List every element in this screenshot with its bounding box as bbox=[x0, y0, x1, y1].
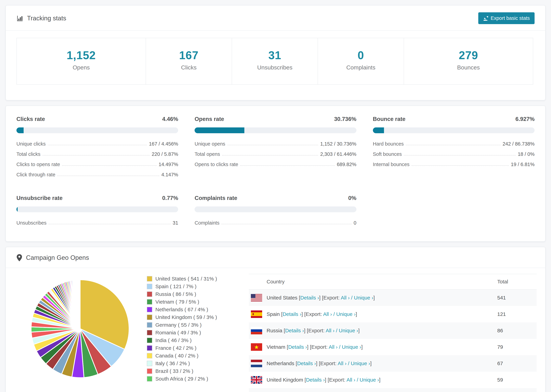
rate-detail-row: Complaints0 bbox=[195, 220, 356, 226]
punctuation: ] bbox=[379, 377, 380, 383]
link-separator: / bbox=[355, 377, 360, 383]
legend-label: Russia ( 86 / 5% ) bbox=[155, 291, 196, 297]
complaints-stat-box: 0 Complaints bbox=[318, 38, 404, 85]
geo-table: Country Total United States [Details ›] … bbox=[249, 274, 537, 392]
rate-row-value: 4.147% bbox=[161, 172, 178, 177]
es-flag-icon bbox=[251, 310, 262, 318]
vn-flag-icon bbox=[251, 343, 262, 351]
legend-swatch bbox=[147, 376, 152, 382]
rate-detail-row: Internal bounces19 / 6.81% bbox=[373, 162, 535, 167]
bar-chart-icon bbox=[16, 15, 23, 22]
ru-flag-icon bbox=[251, 327, 262, 334]
export-unique-link[interactable]: Unique › bbox=[339, 328, 358, 333]
clicks-count: 167 bbox=[146, 49, 232, 62]
export-unique-link[interactable]: Unique › bbox=[351, 361, 370, 366]
rate-row-label: Unique opens bbox=[195, 141, 225, 147]
opens-stat-box: 1,152 Opens bbox=[16, 38, 146, 85]
rate-detail-row: Click through rate4.147% bbox=[16, 172, 178, 177]
export-icon bbox=[483, 16, 488, 21]
details-link[interactable]: Details › bbox=[285, 328, 304, 333]
legend-swatch bbox=[147, 284, 152, 289]
legend-swatch bbox=[147, 322, 152, 328]
country-name: Netherlands bbox=[267, 361, 296, 366]
punctuation: ] [Export: bbox=[301, 311, 323, 317]
export-unique-link[interactable]: Unique › bbox=[354, 295, 373, 301]
dotted-leader bbox=[57, 176, 159, 176]
rate-row-label: Soft bounces bbox=[373, 151, 402, 157]
legend-swatch bbox=[147, 338, 152, 343]
dotted-leader bbox=[48, 145, 147, 145]
clicks-stat-box: 167 Clicks bbox=[146, 38, 232, 85]
rate-row-label: Clicks to opens rate bbox=[16, 162, 60, 167]
country-cell: Vietnam [Details ›] [Export: All › / Uni… bbox=[267, 344, 497, 350]
rate-detail-row: Soft bounces18 / 0% bbox=[373, 151, 535, 157]
export-all-link[interactable]: All › bbox=[326, 328, 335, 333]
export-all-link[interactable]: All › bbox=[329, 344, 338, 350]
country-cell: Russia [Details ›] [Export: All › / Uniq… bbox=[267, 328, 497, 334]
punctuation: ] bbox=[370, 361, 372, 366]
country-cell: Netherlands [Details ›] [Export: All › /… bbox=[267, 361, 497, 366]
rate-detail-row: Unique clicks167 / 4.456% bbox=[16, 141, 178, 147]
rate-row-value: 689.82% bbox=[337, 162, 356, 167]
total-value: 86 bbox=[497, 328, 537, 334]
punctuation: ] [Export: bbox=[316, 361, 338, 366]
export-unique-link[interactable]: Unique › bbox=[336, 311, 356, 317]
legend-label: France ( 42 / 2% ) bbox=[155, 345, 197, 351]
export-basic-stats-button[interactable]: Export basic stats bbox=[478, 12, 535, 24]
export-unique-link[interactable]: Unique › bbox=[360, 377, 379, 383]
details-link[interactable]: Details › bbox=[297, 361, 316, 366]
geo-pie-chart bbox=[13, 274, 147, 383]
bounces-count: 279 bbox=[404, 49, 533, 62]
complaints-rate-panel: Complaints rate0% Complaints0 bbox=[195, 195, 356, 230]
rate-row-label: Unsubscribes bbox=[16, 220, 47, 226]
legend-swatch bbox=[147, 330, 152, 335]
legend-item: United States ( 541 / 31% ) bbox=[147, 276, 243, 282]
rate-row-label: Total opens bbox=[195, 151, 220, 157]
dotted-leader bbox=[404, 155, 516, 155]
punctuation: ] bbox=[358, 328, 360, 333]
rates-card: Clicks rate4.46% Unique clicks167 / 4.45… bbox=[6, 105, 545, 242]
legend-swatch bbox=[147, 299, 152, 305]
unsubscribe-rate-panel: Unsubscribe rate0.77% Unsubscribes31 bbox=[16, 195, 178, 230]
legend-swatch bbox=[147, 276, 152, 281]
export-all-link[interactable]: All › bbox=[346, 377, 355, 383]
legend-item: Vietnam ( 79 / 5% ) bbox=[147, 299, 243, 305]
legend-item: Netherlands ( 67 / 4% ) bbox=[147, 307, 243, 313]
dotted-leader bbox=[62, 165, 156, 166]
legend-label: Netherlands ( 67 / 4% ) bbox=[155, 307, 208, 313]
punctuation: ] [Export: bbox=[319, 295, 341, 301]
geo-table-row: Spain [Details ›] [Export: All › / Uniqu… bbox=[249, 306, 537, 322]
legend-swatch bbox=[147, 315, 152, 320]
details-link[interactable]: Details › bbox=[288, 344, 307, 350]
punctuation: [ bbox=[299, 295, 300, 301]
legend-label: Brazil ( 33 / 2% ) bbox=[155, 368, 193, 374]
country-name: United Kingdom bbox=[267, 377, 304, 383]
clicks-rate-panel: Clicks rate4.46% Unique clicks167 / 4.45… bbox=[16, 116, 178, 182]
opens-rate-panel: Opens rate30.736% Unique opens1,152 / 30… bbox=[195, 116, 356, 182]
legend-item: Brazil ( 33 / 2% ) bbox=[147, 368, 243, 374]
details-link[interactable]: Details › bbox=[283, 311, 301, 317]
total-value: 79 bbox=[497, 344, 537, 350]
legend-swatch bbox=[147, 361, 152, 366]
rate-row-label: Opens to clicks rate bbox=[195, 162, 238, 167]
geo-table-row: Germany [Details ›] [Export: All › / Uni… bbox=[249, 388, 537, 392]
export-all-link[interactable]: All › bbox=[341, 295, 350, 301]
clicks-rate-bar bbox=[16, 127, 178, 133]
dotted-leader bbox=[240, 165, 335, 166]
export-all-link[interactable]: All › bbox=[323, 311, 332, 317]
link-separator: / bbox=[332, 311, 336, 317]
details-link[interactable]: Details › bbox=[300, 295, 319, 301]
total-value: 541 bbox=[497, 295, 537, 301]
legend-item: India ( 46 / 3% ) bbox=[147, 337, 243, 343]
geo-table-row: Netherlands [Details ›] [Export: All › /… bbox=[249, 355, 537, 372]
export-all-link[interactable]: All › bbox=[338, 361, 346, 366]
country-name: United States bbox=[267, 295, 299, 301]
geo-table-row: United States [Details ›] [Export: All ›… bbox=[249, 290, 537, 306]
export-unique-link[interactable]: Unique › bbox=[342, 344, 361, 350]
link-separator: / bbox=[335, 328, 339, 333]
country-cell: United States [Details ›] [Export: All ›… bbox=[267, 295, 497, 301]
dotted-leader bbox=[411, 165, 509, 166]
geo-table-row: United Kingdom [Details ›] [Export: All … bbox=[249, 372, 537, 388]
details-link[interactable]: Details › bbox=[306, 377, 325, 383]
tracking-stats-header: Tracking stats Export basic stats bbox=[6, 6, 545, 31]
